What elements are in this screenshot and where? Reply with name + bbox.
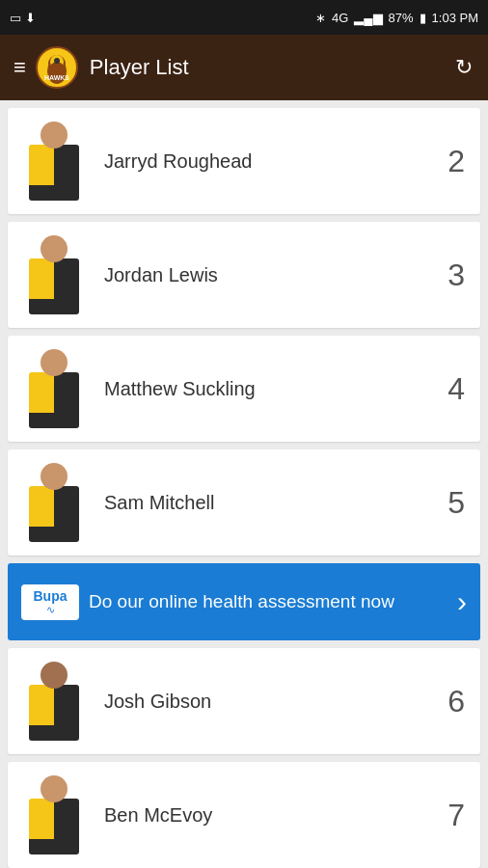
bupa-brand: Bupa xyxy=(34,588,68,604)
signal-icon: ▂▄▆ xyxy=(354,11,382,25)
bupa-wave-icon: ∿ xyxy=(46,604,55,616)
ad-banner[interactable]: Bupa ∿ Do our online health assessment n… xyxy=(8,563,480,640)
player-number: 6 xyxy=(426,684,465,719)
player-card[interactable]: Ben McEvoy 7 xyxy=(8,762,480,868)
ad-text: Do our online health assessment now xyxy=(89,590,447,613)
player-name: Josh Gibson xyxy=(104,691,426,713)
player-avatar xyxy=(15,460,93,545)
ad-arrow-icon: › xyxy=(457,585,467,618)
time-label: 1:03 PM xyxy=(432,11,478,25)
player-avatar xyxy=(15,232,93,317)
network-label: 4G xyxy=(332,11,348,25)
svg-text:HAWKS: HAWKS xyxy=(44,74,69,81)
screen-icon: ▭ xyxy=(10,11,21,25)
player-avatar xyxy=(15,659,93,744)
bupa-logo: Bupa ∿ xyxy=(21,584,79,620)
player-number: 5 xyxy=(426,485,465,521)
player-number: 4 xyxy=(426,371,465,407)
player-name: Ben McEvoy xyxy=(104,804,426,827)
app-bar: ≡ HAWKS Player List ↻ xyxy=(0,35,488,100)
player-number: 2 xyxy=(426,144,465,179)
player-number: 7 xyxy=(426,798,465,833)
status-right: ∗ 4G ▂▄▆ 87% ▮ 1:03 PM xyxy=(315,11,478,25)
player-card[interactable]: Matthew Suckling 4 xyxy=(8,336,480,442)
player-name: Sam Mitchell xyxy=(104,492,426,514)
refresh-button[interactable]: ↻ xyxy=(455,55,473,80)
player-name: Matthew Suckling xyxy=(104,378,426,400)
status-left: ▭ ⬇ xyxy=(10,11,36,25)
player-card[interactable]: Josh Gibson 6 xyxy=(8,648,480,754)
status-bar: ▭ ⬇ ∗ 4G ▂▄▆ 87% ▮ 1:03 PM xyxy=(0,0,488,35)
page-title: Player List xyxy=(90,55,474,80)
player-name: Jarryd Roughead xyxy=(104,150,426,173)
svg-point-4 xyxy=(54,58,60,64)
battery-label: 87% xyxy=(389,11,414,25)
player-card[interactable]: Sam Mitchell 5 xyxy=(8,449,480,556)
download-icon: ⬇ xyxy=(25,11,36,25)
menu-button[interactable]: ≡ xyxy=(14,55,26,80)
player-card[interactable]: Jordan Lewis 3 xyxy=(8,222,480,328)
player-list: Jarryd Roughead 2 Jordan Lewis 3 xyxy=(0,108,488,868)
player-avatar xyxy=(15,773,93,857)
bluetooth-icon: ∗ xyxy=(315,11,326,25)
player-avatar xyxy=(15,346,93,431)
player-number: 3 xyxy=(426,258,465,293)
player-card[interactable]: Jarryd Roughead 2 xyxy=(8,108,480,214)
player-avatar xyxy=(15,119,93,203)
player-name: Jordan Lewis xyxy=(104,264,426,286)
team-logo: HAWKS xyxy=(36,46,78,89)
battery-icon: ▮ xyxy=(420,11,426,25)
